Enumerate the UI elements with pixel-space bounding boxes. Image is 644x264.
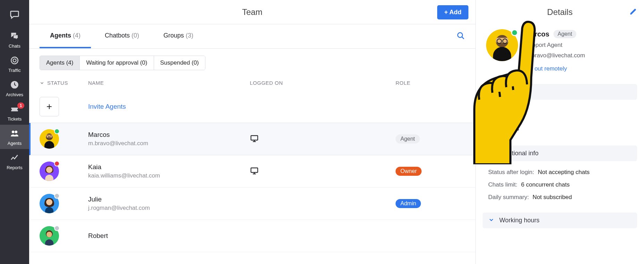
- sidebar-badge: 1: [17, 102, 24, 109]
- profile-email: m.bravo@livechat.com: [525, 52, 634, 59]
- svg-point-11: [46, 167, 52, 173]
- svg-point-13: [46, 199, 52, 205]
- add-button[interactable]: + Add: [437, 5, 468, 19]
- page-header: Team + Add: [29, 0, 475, 24]
- sidebar: Chats Traffic Archives 1 Tickets Agent: [0, 0, 29, 264]
- details-panel: Details Marcos Agent Support Agent m.bra…: [476, 0, 644, 264]
- agent-name: Marcos: [88, 131, 250, 139]
- agent-email: kaia.williams@livechat.com: [88, 172, 250, 179]
- status-dot-online: [511, 29, 518, 36]
- group-label: Sales: [503, 125, 519, 132]
- group-item[interactable]: G General: [488, 105, 632, 121]
- agent-name: Kaia: [88, 163, 250, 171]
- agent-email: m.bravo@livechat.com: [88, 140, 250, 147]
- tab-label: Agents: [50, 32, 71, 39]
- role-badge: Admin: [396, 199, 421, 208]
- tab-groups[interactable]: Groups (3): [153, 24, 204, 48]
- search-icon[interactable]: [457, 32, 465, 41]
- svg-point-3: [12, 131, 15, 133]
- status-dot-offline: [54, 193, 60, 199]
- agent-row[interactable]: Robert: [29, 220, 475, 252]
- section-hours-header[interactable]: Working hours: [483, 213, 637, 228]
- info-key: Chats limit:: [488, 181, 517, 188]
- svg-point-4: [15, 131, 18, 133]
- tab-chatbots[interactable]: Chatbots (0): [94, 24, 150, 48]
- tab-label: Chatbots: [105, 32, 130, 39]
- avatar: [486, 29, 518, 61]
- sidebar-item-reports[interactable]: Reports: [0, 149, 29, 173]
- tab-count: (0): [132, 32, 139, 39]
- desktop-icon: [250, 138, 259, 144]
- chevron-down-icon: [488, 217, 494, 224]
- section-groups-header[interactable]: Groups: [483, 84, 637, 100]
- tab-label: Groups: [163, 32, 184, 39]
- role-badge: Agent: [396, 134, 420, 143]
- sidebar-label: Agents: [8, 141, 22, 146]
- section-additional-header[interactable]: Additional info: [483, 146, 637, 161]
- info-key: Status after login:: [488, 169, 534, 175]
- svg-rect-12: [251, 168, 258, 172]
- details-title: Details: [547, 7, 573, 17]
- chat-bubble-icon: [9, 9, 20, 20]
- filter-segment: Agents (4) Waiting for approval (0) Susp…: [29, 49, 475, 77]
- info-row: Chats limit: 6 concurrent chats: [488, 179, 632, 191]
- col-header-role[interactable]: ROLE: [396, 80, 465, 86]
- col-header-logged[interactable]: LOGGED ON: [250, 80, 396, 86]
- col-header-name[interactable]: NAME: [88, 80, 250, 86]
- table-header: STATUS NAME LOGGED ON ROLE: [29, 77, 475, 91]
- col-header-status[interactable]: STATUS: [40, 80, 88, 86]
- info-row: Status after login: Not accepting chats: [488, 166, 632, 179]
- sidebar-label: Tickets: [8, 117, 22, 121]
- group-chip: S: [488, 123, 499, 134]
- sidebar-item-tickets[interactable]: 1 Tickets: [0, 100, 29, 125]
- chevron-down-icon: [488, 88, 494, 96]
- logout-remotely-link[interactable]: log out remotely: [525, 65, 567, 72]
- plus-icon: +: [40, 97, 59, 116]
- profile-summary: Marcos Agent Support Agent m.bravo@livec…: [483, 24, 637, 81]
- svg-rect-7: [46, 135, 53, 138]
- filter-suspended[interactable]: Suspended (0): [154, 56, 205, 70]
- tab-count: (3): [186, 32, 193, 39]
- invite-link: Invite Agents: [88, 103, 250, 110]
- invite-agents-row[interactable]: + Invite Agents: [29, 91, 475, 123]
- clock-icon: [10, 80, 19, 90]
- agents-icon: [10, 129, 19, 139]
- agent-row[interactable]: Marcos m.bravo@livechat.com Agent: [29, 123, 475, 155]
- svg-point-5: [458, 33, 463, 38]
- avatar: [40, 162, 59, 181]
- sidebar-logo[interactable]: [0, 3, 29, 27]
- avatar: [40, 226, 59, 246]
- agent-email: j.rogman@livechat.com: [88, 205, 250, 212]
- agent-name: Robert: [88, 232, 250, 240]
- info-key: Daily summary:: [488, 194, 529, 200]
- role-badge: Owner: [396, 167, 422, 176]
- col-label: STATUS: [47, 80, 68, 86]
- chats-icon: [10, 32, 19, 42]
- section-title: Working hours: [499, 217, 540, 224]
- avatar: [40, 194, 59, 213]
- sidebar-item-archives[interactable]: Archives: [0, 76, 29, 100]
- group-item[interactable]: S Sales: [488, 121, 632, 137]
- agent-row[interactable]: Kaia kaia.williams@livechat.com Owner: [29, 155, 475, 188]
- main-panel: Team + Add Agents (4) Chatbots (0) Group…: [29, 0, 476, 264]
- svg-rect-17: [496, 38, 508, 43]
- group-chip: G: [488, 107, 499, 118]
- profile-role-badge: Agent: [553, 30, 576, 38]
- info-val: Not subscribed: [533, 194, 572, 200]
- tab-count: (4): [73, 32, 80, 39]
- sidebar-label: Archives: [6, 92, 23, 97]
- agent-row[interactable]: Julie j.rogman@livechat.com Admin: [29, 188, 475, 220]
- sidebar-item-chats[interactable]: Chats: [0, 27, 29, 52]
- info-val: 6 concurrent chats: [521, 181, 570, 188]
- filter-waiting[interactable]: Waiting for approval (0): [80, 56, 154, 70]
- status-dot-busy: [54, 161, 60, 166]
- filter-agents[interactable]: Agents (4): [40, 56, 80, 70]
- tab-agents[interactable]: Agents (4): [40, 24, 91, 48]
- sidebar-item-traffic[interactable]: Traffic: [0, 52, 29, 76]
- traffic-icon: [10, 56, 19, 66]
- sidebar-label: Chats: [9, 44, 20, 48]
- info-row: Daily summary: Not subscribed: [488, 191, 632, 204]
- sidebar-item-agents[interactable]: Agents: [0, 125, 29, 149]
- groups-list: G General S Sales: [483, 100, 637, 143]
- pencil-icon[interactable]: [629, 8, 637, 17]
